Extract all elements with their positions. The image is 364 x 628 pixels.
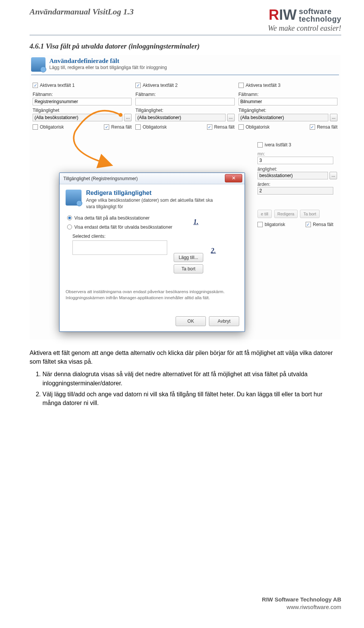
- dialog-subheading: Ange vilka besöksstationer (datorer) som…: [86, 197, 223, 210]
- logo-tagline: We make control easier!: [268, 24, 341, 33]
- panel-title: Användardefinierade fält: [49, 57, 167, 65]
- selected-clients-list[interactable]: [72, 240, 167, 255]
- listfield3-avail-label: änglighet:: [257, 166, 339, 172]
- radio-all[interactable]: [67, 215, 72, 220]
- fieldname-input-2[interactable]: [135, 98, 234, 105]
- add-button[interactable]: Lägg till...: [174, 253, 203, 262]
- logo-r: R: [268, 7, 279, 23]
- footer-company: RIW Software Technology AB: [262, 596, 341, 603]
- dialog-folder-icon: [66, 190, 82, 206]
- fieldname-input-3[interactable]: [238, 98, 337, 105]
- activate-checkbox-3[interactable]: [238, 83, 244, 88]
- logo-line2: technology: [299, 15, 341, 23]
- logo-iw: IW: [279, 7, 297, 23]
- annotation-1: 1.: [193, 218, 199, 226]
- listfield3-oblig-checkbox[interactable]: [257, 222, 263, 227]
- oblig-label-2: Obligatorisk: [143, 124, 166, 130]
- avail-button-1[interactable]: ...: [124, 114, 132, 121]
- annotation-2: 2.: [211, 247, 216, 255]
- panel-subtitle: Lägg till, redigera eller ta bort tillgä…: [49, 65, 167, 70]
- oblig-checkbox-3[interactable]: [238, 124, 244, 130]
- rensa-checkbox-1[interactable]: [104, 124, 109, 130]
- logo: RIW software technology We make control …: [268, 7, 341, 33]
- activate-label-1: Aktivera textfält 1: [40, 83, 75, 88]
- close-button[interactable]: ✕: [225, 174, 242, 182]
- field-column-1: Aktivera textfält 1 Fältnamn: Tillgängli…: [33, 83, 132, 133]
- listfield3-remove-button[interactable]: Ta bort: [300, 210, 320, 218]
- selected-clients-label: Selected clients:: [72, 234, 238, 239]
- listfield3-avail-button[interactable]: ...: [329, 172, 337, 179]
- listfield3-rensa-checkbox[interactable]: [306, 222, 311, 227]
- fieldname-label-2: Fältnamn:: [135, 92, 234, 97]
- field-column-2: Aktivera textfält 2 Fältnamn: Tillgängli…: [135, 83, 234, 133]
- remove-button[interactable]: Ta bort: [174, 264, 203, 273]
- listfield3-add-button[interactable]: e till: [257, 210, 272, 218]
- rensa-label-3: Rensa fält: [317, 124, 337, 130]
- activate-label-3: Aktivera textfält 3: [246, 83, 281, 88]
- field-column-3: Aktivera textfält 3 Fältnamn: Tillgängli…: [238, 83, 337, 133]
- listfield3-avail-input[interactable]: [257, 172, 328, 179]
- fieldname-label-3: Fältnamn:: [238, 92, 337, 97]
- dialog-title-text: Tillgänglighet (Registreringsnummer): [63, 176, 138, 181]
- ok-button[interactable]: OK: [176, 316, 206, 326]
- rensa-checkbox-2[interactable]: [207, 124, 212, 130]
- footer-url: www.riwsoftware.com: [262, 603, 341, 611]
- rensa-checkbox-3[interactable]: [310, 124, 315, 130]
- avail-button-2[interactable]: ...: [227, 114, 235, 121]
- dialog-titlebar: Tillgänglighet (Registreringsnummer) ✕: [60, 173, 245, 184]
- radio-all-label: Visa detta fält på alla besöksstationer: [74, 215, 150, 221]
- folder-icon: [31, 57, 46, 72]
- cancel-button[interactable]: Avbryt: [209, 316, 239, 326]
- observe-text: Observera att inställningarna ovan endas…: [66, 289, 238, 301]
- avail-label-2: Tillgänglighet:: [135, 108, 234, 113]
- body-step-1: När denna dialogruta visas så välj det n…: [42, 370, 341, 387]
- section-heading: 4.6.1 Visa fält på utvalda datorer (inlo…: [30, 42, 341, 50]
- document-title: Användarmanual VisitLog 1.3: [30, 7, 133, 17]
- listfield3-checkbox[interactable]: [257, 142, 263, 148]
- listfield3-label: ivera listfält 3: [265, 142, 291, 148]
- page-footer: RIW Software Technology AB www.riwsoftwa…: [262, 596, 341, 611]
- avail-input-2[interactable]: [135, 114, 225, 121]
- oblig-checkbox-2[interactable]: [135, 124, 141, 130]
- activate-checkbox-1[interactable]: [33, 83, 38, 88]
- listfield3-oblig-label: bligatorisk: [265, 222, 285, 227]
- listfield3-val[interactable]: [257, 187, 333, 195]
- radio-all-row[interactable]: Visa detta fält på alla besöksstationer: [67, 215, 238, 221]
- avail-label-1: Tillgänglighet: [33, 108, 132, 113]
- avail-input-1[interactable]: [33, 114, 122, 121]
- app-panel: Användardefinierade fält Lägg till, redi…: [30, 55, 340, 339]
- avail-button-3[interactable]: ...: [330, 114, 337, 121]
- avail-input-3[interactable]: [238, 114, 328, 121]
- rensa-label-1: Rensa fält: [111, 124, 132, 130]
- radio-selected-label: Visa endast detta fält för utvalda besök…: [74, 225, 173, 230]
- page-header: Användarmanual VisitLog 1.3 RIW software…: [0, 0, 364, 33]
- listfield3-rensa-label: Rensa fält: [313, 222, 333, 227]
- oblig-label-1: Obligatorisk: [40, 124, 64, 130]
- radio-selected[interactable]: [67, 225, 72, 229]
- logo-line1: software: [299, 8, 341, 15]
- fieldname-input-1[interactable]: [33, 98, 132, 105]
- listfield3-edit-button[interactable]: Redigera: [274, 210, 298, 218]
- dialog-heading: Redigera tillgänglighet: [86, 190, 223, 196]
- listfield3-num[interactable]: [257, 157, 333, 164]
- availability-dialog: Tillgänglighet (Registreringsnummer) ✕ R…: [59, 173, 245, 332]
- activate-label-2: Aktivera textfält 2: [143, 83, 177, 88]
- body-text: Aktivera ett fält genom att ange detta a…: [30, 349, 341, 407]
- listfield3-arden: ärden:: [257, 182, 339, 187]
- activate-checkbox-2[interactable]: [135, 83, 141, 88]
- radio-selected-row[interactable]: Visa endast detta fält för utvalda besök…: [67, 225, 238, 230]
- rensa-label-2: Rensa fält: [214, 124, 235, 130]
- avail-label-3: Tillgänglighet:: [238, 108, 337, 113]
- body-step-2: Välj lägg till/add och ange vad datorn n…: [42, 390, 341, 407]
- panel-rule: [31, 75, 339, 75]
- fieldname-label-1: Fältnamn:: [33, 92, 132, 97]
- oblig-checkbox-1[interactable]: [33, 124, 38, 130]
- oblig-label-3: Obligatorisk: [246, 124, 270, 130]
